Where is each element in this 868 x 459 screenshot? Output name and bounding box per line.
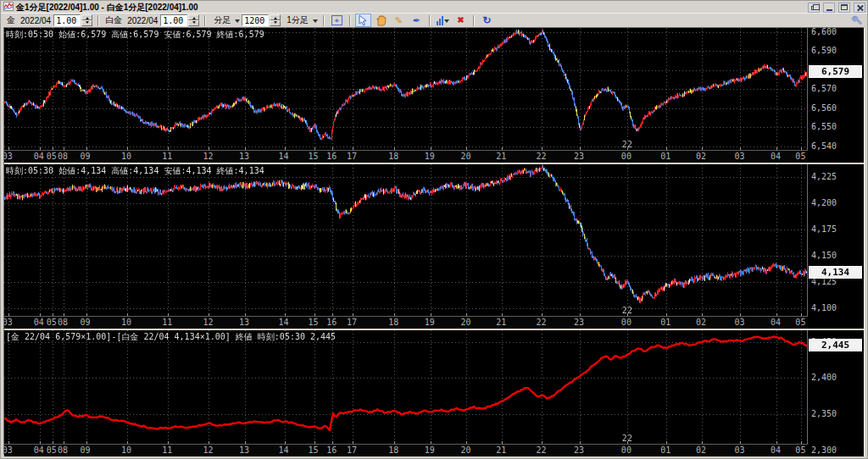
popout-icon: [811, 6, 816, 10]
minimize-icon: [826, 9, 832, 11]
time-tick-label: 16: [326, 445, 337, 455]
platinum-plot[interactable]: 時刻:05:30 始値:4,134 高値:4,134 安値:4,134 終値:4…: [4, 164, 808, 316]
step-down-button[interactable]: [188, 20, 199, 26]
time-tick-label: 19: [425, 318, 435, 327]
refresh-icon: ↻: [482, 15, 491, 25]
price-tick-label: 6,560: [811, 103, 837, 113]
step-up-button[interactable]: [81, 14, 92, 20]
price-tick-label: 2,350: [811, 409, 837, 418]
time-tick-label: 05: [795, 445, 805, 455]
chevron-down-icon: [235, 19, 240, 25]
gold-plot[interactable]: 時刻:05:30 始値:6,579 高値:6,579 安値:6,579 終値:6…: [4, 28, 808, 150]
time-tick-label: 15: [309, 318, 319, 327]
gold-month-select[interactable]: 2022/04: [20, 16, 51, 25]
price-tick-label: 6,570: [811, 84, 837, 93]
platinum-ohlc-readout: 時刻:05:30 始値:4,134 高値:4,134 安値:4,134 終値:4…: [6, 165, 264, 177]
separator: [97, 15, 99, 26]
time-tick-label: 21: [496, 152, 506, 161]
spread-plot[interactable]: [金 22/04 6,579×1.00]-[白金 22/04 4,134×1.0…: [4, 330, 808, 444]
select-tool-button[interactable]: [355, 14, 371, 27]
price-tick-label: 2,300: [811, 445, 837, 455]
bar-count-stepper: [270, 14, 281, 26]
interval-label: 1分足: [287, 14, 309, 26]
time-tick-label: 05: [47, 445, 57, 455]
time-tick-label: 18: [388, 152, 398, 161]
date-change-marker: 22: [622, 306, 632, 315]
gold-ohlc-readout: 時刻:05:30 始値:6,579 高値:6,579 安値:6,579 終値:6…: [6, 29, 264, 41]
time-tick-label: 05: [47, 152, 57, 161]
price-tick-label: 4,225: [811, 172, 837, 181]
time-tick-label: 01: [660, 318, 670, 327]
maximize-icon: [841, 4, 848, 10]
price-tick-label: 4,200: [811, 198, 837, 207]
step-up-button[interactable]: [270, 14, 281, 20]
close-icon: [856, 4, 863, 11]
time-tick-label: 03: [734, 445, 744, 455]
time-tick-label: 17: [347, 318, 357, 327]
platinum-multiplier-stepper: [188, 14, 199, 26]
remove-chart-button[interactable]: ✖: [453, 14, 469, 27]
time-tick-label: 23: [574, 445, 584, 455]
pen-tool-button[interactable]: ✒: [409, 14, 425, 27]
time-tick-label: 12: [203, 152, 213, 161]
crosshair-tool-button[interactable]: ⌖: [329, 14, 345, 27]
time-tick-label: 16: [326, 318, 337, 327]
time-tick-label: 23: [574, 152, 584, 161]
time-tick-label: 17: [347, 445, 357, 455]
toolbar: 金 2022/04 白金 2022/04 分足 1分足 ⌖ ✎ ✒ ✖ ↻: [1, 13, 867, 27]
refresh-button[interactable]: ↻: [479, 14, 495, 27]
settings-button[interactable]: [851, 15, 862, 28]
separator: [349, 15, 351, 26]
chart-style-dropdown-button[interactable]: [435, 14, 451, 27]
up-arrow-icon: [192, 15, 196, 19]
title-bar: 金1分足[2022/04]1.00 - 白金1分足[2022/04]1.00: [1, 1, 867, 13]
minimize-button[interactable]: [823, 3, 835, 13]
interval-dropdown[interactable]: 1分足: [284, 14, 318, 26]
hand-tool-button[interactable]: [373, 14, 389, 27]
time-tick-label: 04: [771, 152, 781, 161]
time-tick-label: 14: [279, 152, 289, 161]
down-arrow-icon: [192, 21, 196, 25]
bar-type-dropdown[interactable]: 分足: [211, 14, 240, 26]
time-tick-label: 04: [771, 445, 781, 455]
time-tick-label: 01: [660, 152, 670, 161]
step-down-button[interactable]: [81, 20, 92, 26]
time-tick-label: 16: [326, 152, 337, 161]
time-tick-label: 11: [162, 152, 172, 161]
platinum-month-select[interactable]: 2022/04: [127, 16, 158, 25]
crosshair-icon: ⌖: [331, 15, 342, 25]
step-down-button[interactable]: [270, 20, 281, 26]
time-tick-label: 10: [121, 318, 131, 327]
time-tick-label: 13: [239, 318, 249, 327]
price-tick-label: 4,150: [811, 251, 837, 260]
time-tick-label: 09: [81, 152, 91, 161]
time-tick-label: 02: [696, 318, 706, 327]
maximize-button[interactable]: [838, 3, 850, 13]
chart-app-icon: [3, 2, 14, 13]
step-up-button[interactable]: [188, 14, 199, 20]
bar-count-input[interactable]: [242, 14, 269, 26]
time-tick-label: 12: [203, 318, 213, 327]
platinum-multiplier-input[interactable]: [160, 14, 187, 26]
time-tick-label: 14: [279, 318, 289, 327]
gold-last-price-badge: 6,579: [809, 65, 862, 78]
bar-type-label: 分足: [214, 14, 231, 26]
time-tick-label: 04: [34, 445, 44, 455]
spread-price-axis: 2,445 2,3002,3502,4002,450: [808, 330, 864, 456]
spread-time-axis: 0304050809101112131415161718192021222300…: [4, 444, 808, 456]
pencil-icon: ✎: [395, 16, 403, 25]
time-tick-label: 08: [58, 445, 68, 455]
gold-multiplier-input[interactable]: [53, 14, 81, 26]
time-tick-label: 08: [58, 318, 68, 327]
spread-last-price-badge: 2,445: [809, 339, 862, 351]
pencil-tool-button[interactable]: ✎: [391, 14, 407, 27]
platinum-price-axis: 4,134 4,1004,1254,1504,1754,2004,225: [808, 164, 864, 329]
gold-price-axis: 6,579 6,5406,5506,5606,5706,5806,5906,60…: [808, 28, 864, 163]
gold-chart-panel: 時刻:05:30 始値:6,579 高値:6,579 安値:6,579 終値:6…: [4, 28, 864, 163]
popout-window-button[interactable]: [808, 3, 820, 13]
cursor-arrow-icon: [357, 14, 369, 26]
price-tick-label: 6,540: [811, 141, 837, 151]
close-button[interactable]: [854, 3, 865, 13]
time-tick-label: 18: [388, 445, 398, 455]
time-tick-label: 20: [460, 152, 470, 161]
